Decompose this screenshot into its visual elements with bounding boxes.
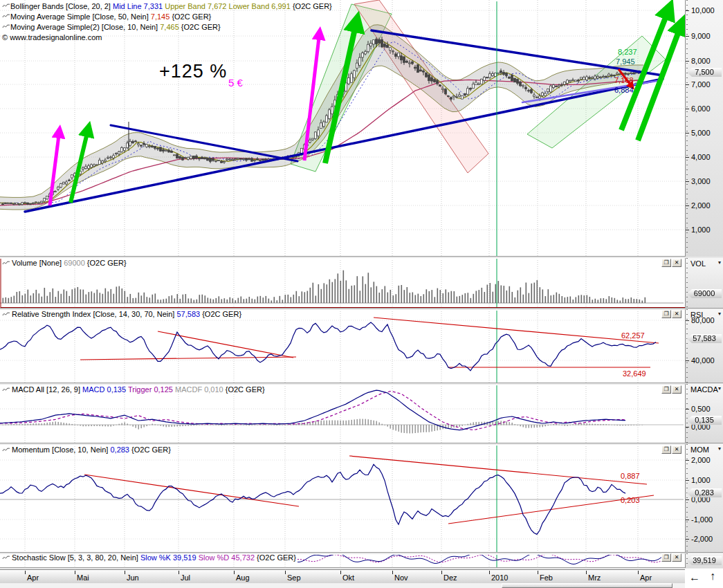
time-axis-tick (75, 571, 75, 574)
time-axis-month-label: Apr (27, 573, 39, 582)
axis-tick-label: -1,000 (691, 515, 713, 524)
axis-tick-mark (686, 460, 689, 461)
header-text-segment: {O2C GER} (172, 12, 211, 21)
panel-close-button[interactable]: ✕ (672, 385, 681, 394)
legend-line-1[interactable]: Moving Average Simple [Close, 50, Nein] … (2, 12, 211, 21)
axis-tick-mark (686, 360, 689, 361)
axis-minor-ticks (686, 0, 688, 257)
axis-tick-label: 1,000 (691, 226, 711, 234)
header-text-segment: 7,145 (151, 12, 172, 21)
time-axis-tick (25, 571, 26, 574)
header-text-segment: Bollinger Bands [Close, 20, 2] (10, 2, 113, 10)
scroll-up-arrow-icon[interactable]: ↑ (710, 570, 715, 582)
copyright-note: © www.tradesignalonline.com (2, 33, 102, 42)
header-text-segment: {O2C GER} (200, 310, 241, 318)
panel-restore-button[interactable]: ❐ (661, 259, 671, 267)
header-text-segment: Lower Band 6,991 (229, 2, 293, 10)
header-text-segment: MACDF 0,010 (175, 385, 226, 394)
axis-tick-mark (686, 230, 689, 230)
time-axis-month-label: Okt (342, 573, 354, 582)
legend-line-0[interactable]: Bollinger Bands [Close, 20, 2] Mid Line … (2, 1, 332, 11)
axis-tick-label: 0,500 (691, 405, 711, 413)
time-axis-tick (340, 571, 341, 574)
axis-tick-label: -2,000 (691, 535, 713, 543)
header-text-segment: 69000 (64, 259, 85, 267)
time-axis-month-label: Feb (540, 573, 553, 582)
axis-tick-mark (686, 205, 689, 206)
panel-restore-button[interactable]: ❐ (661, 310, 671, 318)
header-text-segment: MACD 0,135 (82, 385, 128, 394)
header-text-segment: Upper Band 7,672 (165, 2, 228, 10)
rsi-trendline-value: 32,649 (623, 369, 646, 378)
time-axis-month-label: Dez (443, 573, 457, 582)
panel-header-rsi[interactable]: Relative Strength Index [Close, 14, 30, … (2, 310, 241, 319)
panel-close-button[interactable]: ✕ (672, 445, 681, 454)
percent-gain-annotation: +125 % (159, 61, 227, 82)
panel-close-button[interactable]: ✕ (672, 259, 681, 267)
value-axis-rsi[interactable]: RSI▾80,00040,00057,583 (685, 309, 723, 383)
axis-tick-label: 80,000 (691, 316, 715, 324)
value-axis-stoch[interactable]: 39,519 (685, 553, 723, 568)
scrollbar-thumb[interactable] (502, 583, 672, 588)
value-axis-macda[interactable]: MACDA▾0,5000,0000,135 (685, 384, 723, 443)
header-text-segment: 0,283 (110, 445, 129, 454)
chevron-down-icon[interactable]: ▾ (718, 445, 721, 452)
panel-header-momentum[interactable]: Momentum [Close, 10, Nein] 0,283 {O2C GE… (2, 445, 171, 454)
current-value-tag: 0,135 (687, 416, 722, 425)
horizontal-scrollbar[interactable] (0, 583, 685, 588)
chevron-down-icon[interactable]: ▾ (718, 311, 721, 317)
value-axis-vol[interactable]: VOL▾69000 (685, 258, 723, 308)
axis-tick-mark (686, 480, 689, 481)
value-axis-main[interactable]: 10,0009,0008,0007,0006,0005,0004,0003,00… (685, 0, 723, 257)
axis-tick-mark (686, 427, 689, 428)
current-value-tag: 0,283 (687, 488, 722, 497)
axis-strip-label-vol: VOL (690, 259, 706, 268)
axis-tick-mark (686, 539, 689, 540)
axis-corner: ← ↑ (685, 569, 723, 588)
panel-header-volume[interactable]: Volume [None] 69000 {O2C GER} (2, 259, 127, 268)
header-text-segment: Relative Strength Index [Close, 14, 30, … (12, 310, 176, 318)
value-axis-mom[interactable]: MOM▾2,0001,0000,000-1,000-2,0000,283 (685, 444, 723, 552)
axis-tick-mark (686, 499, 689, 500)
axis-tick-label: 6,000 (691, 104, 711, 113)
axis-tick-mark (686, 61, 689, 62)
rsi-plot[interactable] (0, 309, 685, 383)
axis-tick-mark (686, 157, 689, 158)
chevron-down-icon[interactable]: ▾ (718, 259, 721, 266)
time-axis-tick (179, 571, 179, 574)
chevron-down-icon[interactable]: ▾ (718, 385, 721, 392)
axis-tick-mark (686, 320, 689, 321)
scroll-left-arrow-icon[interactable]: ← (689, 571, 700, 584)
panel-close-button[interactable]: ✕ (672, 553, 681, 562)
current-value-tag: 57,583 (687, 334, 722, 343)
panel-restore-button[interactable]: ❐ (661, 385, 671, 394)
legend-line-2[interactable]: Moving Average Simple(2) [Close, 10, Nei… (2, 22, 221, 32)
axis-tick-label: 10,000 (691, 6, 715, 15)
time-axis-month-label: Jul (181, 573, 190, 582)
axis-tick-label: 3,000 (691, 177, 711, 185)
axis-tick-mark (686, 409, 689, 410)
axis-minor-ticks (686, 258, 688, 308)
time-axis-month-label: 2010 (491, 573, 508, 582)
panel-header-stochastic[interactable]: Stochastic Slow [5, 3, 3, 80, 20, Nein] … (2, 553, 296, 562)
header-text-segment: Stochastic Slow [5, 3, 3, 80, 20, Nein] (12, 553, 140, 562)
panel-close-button[interactable]: ✕ (672, 310, 681, 318)
panel-header-macd[interactable]: MACD All [12, 26, 9] MACD 0,135 Trigger … (2, 385, 265, 394)
price-level-label: 6,884 (614, 86, 634, 94)
momentum-trendline-value: 0,203 (621, 496, 640, 504)
panel-restore-button[interactable]: ❐ (661, 445, 671, 454)
axis-tick-mark (686, 36, 689, 37)
time-axis-tick (489, 571, 490, 574)
header-text-segment: {O2C GER} (129, 445, 171, 454)
time-axis-month-label: Aug (236, 573, 250, 582)
momentum-plot[interactable] (0, 444, 685, 552)
axis-tick-label: 40,000 (691, 356, 715, 365)
header-text-segment: Trigger 0,125 (128, 385, 175, 394)
time-axis[interactable]: AprMaiJunJulAugSepOktNovDez2010FebMrzApr (0, 569, 685, 583)
price-level-label: 8,237 (618, 48, 637, 56)
time-axis-month-label: Mai (77, 573, 89, 582)
panel-restore-button[interactable]: ❐ (661, 553, 671, 562)
header-text-segment: Volume [None] (12, 259, 64, 267)
axis-strip-label-mom: MOM (690, 445, 709, 454)
price-chart-plot[interactable] (0, 0, 685, 257)
